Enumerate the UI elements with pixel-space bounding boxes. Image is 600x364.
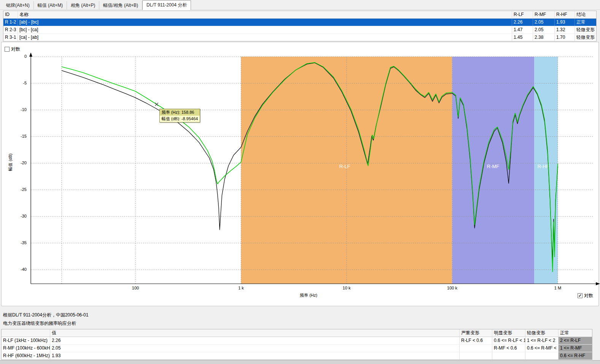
- table-row[interactable]: R 1-2 [ab] - [bc] 2.26 2.05 1.93 正常: [3, 19, 596, 26]
- y-axis-title: 幅值 (dB): [8, 145, 13, 180]
- band-r-lf: [241, 57, 452, 284]
- tab-phase[interactable]: 相角 (Alt+P): [67, 1, 99, 10]
- criteria-obvious: 0.6 <= R-LF < 1: [492, 337, 525, 344]
- criteria-header-slight: 轻微变形: [525, 329, 559, 337]
- criteria-label: R-HF (600kHz - 1MHz): [2, 352, 50, 359]
- y-axis-arrow-icon: [29, 52, 32, 57]
- criteria-header-value: 值: [50, 329, 460, 337]
- tab-nameplate[interactable]: 铭牌(Alt+N): [2, 1, 34, 10]
- tab-bar: 铭牌(Alt+N) 幅值 (Alt+M) 相角 (Alt+P) 幅值/相角 (A…: [0, 0, 600, 10]
- band-label-r-hf: R-HF: [538, 164, 549, 169]
- criteria-table: 值 严重变形 明显变形 轻微变形 正常 R-LF (1kHz - 100kHz)…: [1, 329, 592, 360]
- criteria-label: R-LF (1kHz - 100kHz): [2, 337, 50, 344]
- criteria-label: R-MF (100kHz - 600kHz): [2, 345, 50, 352]
- criteria-slight: 0.6 <= R-MF < 1: [525, 345, 559, 352]
- column-header-rmf[interactable]: R-MF: [533, 11, 555, 18]
- criteria-row-rmf: R-MF (100kHz - 600kHz) 2.05 R-MF < 0.6 0…: [2, 345, 592, 352]
- column-header-conclusion[interactable]: 结论: [575, 11, 596, 18]
- criteria-row-rlf: R-LF (1kHz - 100kHz) 2.26 R-LF < 0.6 0.6…: [2, 337, 592, 345]
- criteria-slight: 1 <= R-LF < 2: [525, 337, 559, 344]
- column-header-id[interactable]: ID: [3, 11, 18, 18]
- table-row[interactable]: R 3-1 [ca] - [ab] 1.45 2.38 1.70 轻微变形: [3, 34, 596, 41]
- log-checkbox-label: 对数: [584, 292, 593, 299]
- y-tick-label: -35: [14, 240, 27, 245]
- log-checkbox-label: 对数: [11, 46, 20, 52]
- criteria-severe: [460, 345, 492, 352]
- criteria-value: 1.93: [50, 352, 460, 359]
- criteria-obvious: R-MF < 0.6: [492, 345, 525, 352]
- band-r-mf: [452, 57, 535, 284]
- cell-rlf: 1.47: [512, 26, 533, 33]
- cell-id: R 2-3: [3, 26, 18, 33]
- y-tick-label: -30: [14, 214, 27, 218]
- criteria-value: 2.26: [50, 337, 460, 344]
- cell-rmf: 2.38: [533, 34, 555, 41]
- cell-name: [ab] - [bc]: [18, 19, 512, 26]
- column-header-name[interactable]: 名称: [18, 11, 512, 18]
- tab-magnitude[interactable]: 幅值 (Alt+M): [34, 1, 67, 10]
- cell-conclusion: 正常: [575, 19, 596, 26]
- tooltip-frequency: 频率 (Hz): 158.86: [160, 109, 200, 116]
- criteria-header-normal: 正常: [559, 329, 592, 337]
- x-tick-label: 100: [120, 286, 151, 290]
- results-table: ID 名称 R-LF R-MF R-HF 结论 R 1-2 [ab] - [bc…: [3, 11, 597, 41]
- criteria-normal-highlighted: 1 <= R-MF: [559, 345, 592, 352]
- criteria-slight: [525, 352, 559, 359]
- criteria-obvious: [492, 352, 525, 359]
- y-tick-label: 0: [14, 54, 27, 59]
- cell-conclusion: 轻微变形: [575, 26, 596, 33]
- analysis-standard-line: 根据DL/T 911-2004分析，中国2005-06-01: [3, 312, 88, 318]
- chart-panel: 对数 幅值 (dB) R-LFR-MFR-HF 频率 (Hz) 对数 频率 (H…: [1, 42, 599, 306]
- cell-rmf: 2.05: [533, 26, 555, 33]
- cell-rlf: 2.26: [512, 19, 533, 26]
- band-label-r-mf: R-MF: [487, 164, 500, 169]
- tab-magnitude-phase[interactable]: 幅值/相角 (Alt+B): [99, 1, 142, 10]
- x-axis-arrow-icon: [596, 282, 600, 285]
- criteria-severe: R-LF < 0.6: [460, 337, 492, 344]
- cursor-tooltip: 频率 (Hz): 158.86 幅值 (dB): -8.95464: [159, 109, 200, 122]
- x-tick-label: 1 k: [226, 286, 256, 290]
- tab-dlt911-analysis[interactable]: DL/T 911-2004 分析: [142, 0, 191, 10]
- x-tick-label: 1 M: [543, 286, 573, 290]
- criteria-header-blank: [2, 329, 50, 337]
- band-label-r-lf: R-LF: [339, 164, 350, 169]
- horizontal-scrollbar[interactable]: [0, 360, 600, 364]
- table-row[interactable]: R 2-3 [bc] - [ca] 1.47 2.05 1.32 轻微变形: [3, 26, 596, 34]
- cell-rhf: 1.32: [555, 26, 575, 33]
- checkbox-icon: [5, 47, 10, 52]
- cell-rmf: 2.05: [533, 19, 555, 26]
- column-header-rlf[interactable]: R-LF: [512, 11, 533, 18]
- analysis-title-line: 电力变压器绕组变形的频率响应分析: [3, 320, 76, 327]
- y-tick-label: -15: [14, 134, 27, 138]
- cell-name: [bc] - [ca]: [18, 26, 512, 33]
- log-checkbox-bottom[interactable]: 对数: [578, 292, 593, 299]
- y-tick-label: -40: [14, 267, 27, 272]
- cell-rhf: 1.70: [555, 34, 575, 41]
- criteria-header-severe: 严重变形: [460, 329, 492, 337]
- cell-id: R 3-1: [3, 34, 18, 41]
- results-table-header: ID 名称 R-LF R-MF R-HF 结论: [3, 11, 596, 19]
- criteria-severe: [460, 352, 492, 359]
- x-axis-title: 频率 (Hz): [27, 292, 590, 298]
- criteria-normal-highlighted: 2 <= R-LF: [559, 337, 592, 344]
- criteria-table-header: 值 严重变形 明显变形 轻微变形 正常: [2, 329, 592, 337]
- y-tick-label: -5: [14, 81, 27, 85]
- y-tick-label: -10: [14, 107, 27, 112]
- criteria-row-rhf: R-HF (600kHz - 1MHz) 1.93 0.6 <= R-HF: [2, 352, 592, 359]
- cell-name: [ca] - [ab]: [18, 34, 512, 41]
- checkbox-checked-icon: [578, 293, 582, 298]
- log-checkbox-top[interactable]: 对数: [5, 46, 20, 52]
- criteria-header-obvious: 明显变形: [492, 329, 525, 337]
- fra-analysis-window: 铭牌(Alt+N) 幅值 (Alt+M) 相角 (Alt+P) 幅值/相角 (A…: [0, 0, 600, 364]
- x-tick-label: 100 k: [437, 286, 468, 290]
- y-tick-label: -25: [14, 187, 27, 192]
- tooltip-amplitude: 幅值 (dB): -8.95464: [160, 116, 200, 122]
- criteria-normal-highlighted: 0.6 <= R-HF: [559, 352, 592, 359]
- cell-rhf: 1.93: [555, 19, 575, 26]
- criteria-value: 2.05: [50, 345, 460, 352]
- x-tick-label: 10 k: [331, 286, 362, 290]
- y-tick-label: -20: [14, 161, 27, 165]
- fra-chart[interactable]: R-LFR-MFR-HF: [27, 52, 600, 291]
- column-header-rhf[interactable]: R-HF: [555, 11, 575, 18]
- cell-rlf: 1.45: [512, 34, 533, 41]
